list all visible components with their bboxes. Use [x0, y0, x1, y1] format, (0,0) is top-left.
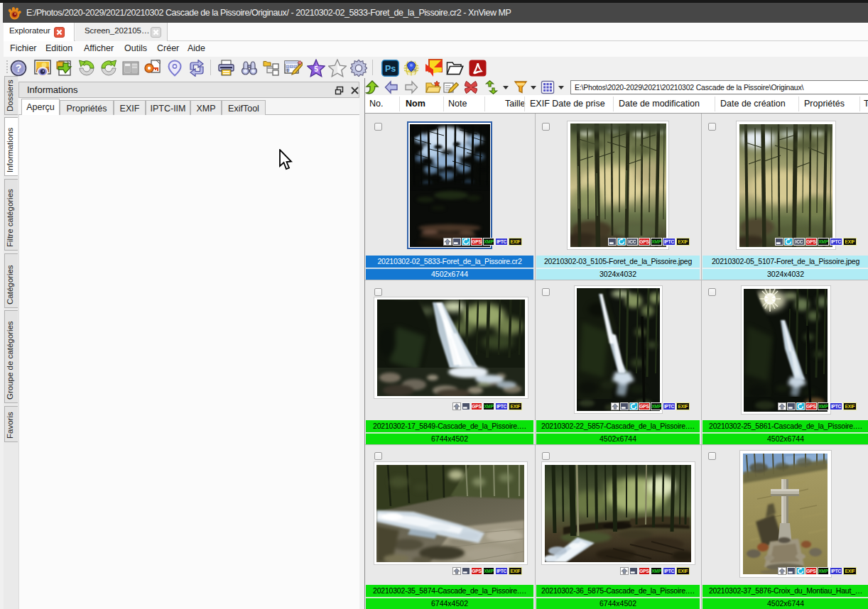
svg-text:I: I: [287, 68, 288, 73]
svg-text:Ps: Ps: [385, 64, 396, 74]
svg-text:5: 5: [314, 65, 318, 73]
svg-text:?: ?: [16, 62, 22, 74]
svg-text:ee: ee: [412, 67, 416, 72]
